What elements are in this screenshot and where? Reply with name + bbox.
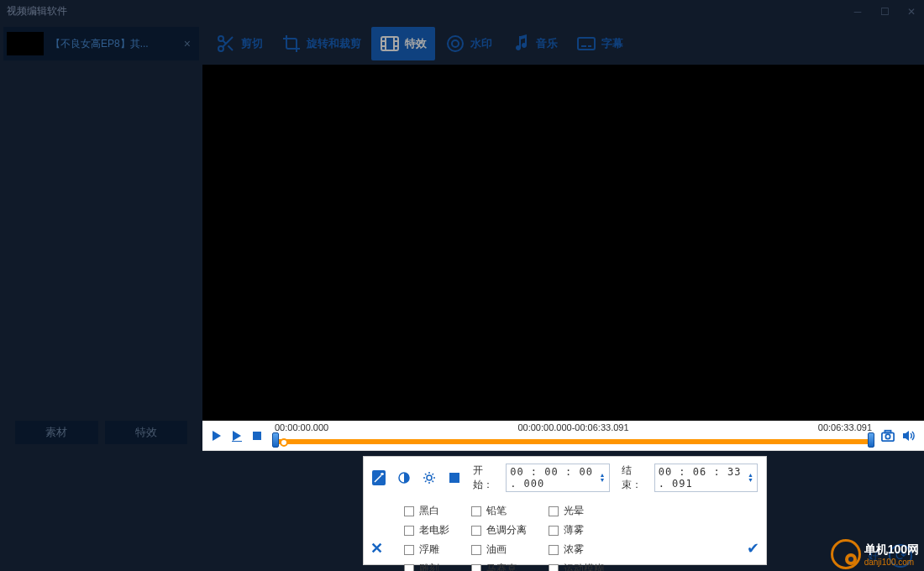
effect-label: 浮雕 [419,542,439,557]
end-label: 结束： [622,464,643,492]
crop-icon [281,34,302,54]
file-thumbnail [7,32,44,55]
start-down[interactable]: ▼ [600,478,606,483]
timeline-current: 00:00:00.000 [275,422,328,432]
effects-confirm-button[interactable]: ✔ [747,539,759,558]
effects-col-2: 铅笔色调分离油画马赛克底片 [471,504,527,571]
close-button[interactable]: ✕ [906,6,917,18]
sidebar: 素材 特效 [0,65,202,451]
tool-subtitle[interactable]: 字幕 [568,27,632,60]
timeline-end: 00:06:33.091 [818,422,872,432]
watermark-line2: danji100.com [864,558,919,567]
effects-cancel-button[interactable]: ✕ [370,539,383,558]
svg-rect-14 [578,38,595,50]
effect-label: 老电影 [419,523,449,537]
brightness-icon[interactable] [423,470,436,485]
titlebar: 视频编辑软件 ─ ☐ ✕ [0,0,924,23]
tool-cut[interactable]: 剪切 [207,27,271,60]
svg-rect-19 [232,441,242,442]
checkbox-box [471,526,481,536]
sidebar-tab-material[interactable]: 素材 [15,421,98,444]
svg-marker-24 [903,431,909,441]
file-tab[interactable]: 【不良女高EP8】其... × [3,27,199,60]
effect-checkbox[interactable]: 油画 [471,542,527,557]
tool-rotate-crop-label: 旋转和裁剪 [307,36,361,51]
svg-line-4 [223,40,226,44]
svg-line-35 [433,481,434,483]
effect-label: 铅笔 [486,504,507,518]
timeline-handle-left[interactable] [272,432,279,448]
svg-rect-5 [381,37,398,50]
timeline-track[interactable] [275,439,872,444]
checkbox-box [404,564,414,572]
start-time-input[interactable]: 00 : 00 : 00 . 000 ▲▼ [506,464,609,492]
color-swatch-icon[interactable] [448,470,461,485]
svg-point-12 [448,36,463,51]
effect-checkbox[interactable]: 雕刻 [404,562,449,571]
effect-checkbox[interactable]: 运动模糊 [549,562,604,571]
effect-checkbox[interactable]: 浓雾 [549,542,604,557]
checkbox-box [471,545,481,555]
effect-checkbox[interactable]: 色调分离 [471,523,527,537]
volume-button[interactable] [899,427,917,445]
main-area: 素材 特效 [0,65,924,451]
end-time-value: 00 : 06 : 33 . 091 [659,466,744,490]
tool-music[interactable]: 音乐 [502,27,566,60]
effect-label: 浓雾 [564,542,584,557]
magic-wand-icon[interactable] [372,470,386,485]
play-range-button[interactable] [228,427,246,445]
effect-checkbox[interactable]: 老电影 [404,523,449,537]
timeline[interactable]: 00:00:00.000 00:00:00.000-00:06:33.091 0… [275,424,872,448]
svg-marker-18 [233,431,241,441]
effect-label: 薄雾 [564,523,584,537]
effect-checkbox[interactable]: 铅笔 [471,504,527,518]
sidebar-content [0,65,202,417]
toolbar: 剪切 旋转和裁剪 特效 水印 音乐 字幕 [202,23,924,65]
maximize-button[interactable]: ☐ [879,6,890,18]
timeline-playhead[interactable] [280,438,288,447]
top-row: 【不良女高EP8】其... × 剪切 旋转和裁剪 特效 水印 音乐 字幕 [0,23,924,65]
end-time-input[interactable]: 00 : 06 : 33 . 091 ▲▼ [654,464,758,492]
checkbox-box [549,506,559,516]
tool-effects[interactable]: 特效 [371,27,435,60]
minimize-button[interactable]: ─ [852,6,864,18]
sidebar-tab-effects[interactable]: 特效 [105,421,188,444]
svg-line-3 [228,46,234,51]
tool-watermark[interactable]: 水印 [437,27,501,60]
watermark: 单机100网 danji100.com [831,539,919,569]
timeline-handle-right[interactable] [868,432,874,448]
effect-label: 马赛克 [486,562,517,571]
effect-checkbox[interactable]: 光晕 [549,504,604,518]
effect-checkbox[interactable]: 浮雕 [404,542,449,557]
effect-label: 光晕 [564,504,584,518]
effect-label: 油画 [486,542,507,557]
svg-point-22 [885,434,890,438]
tool-music-label: 音乐 [536,36,558,51]
svg-rect-23 [885,430,890,432]
effect-checkbox[interactable]: 黑白 [404,504,449,518]
checkbox-box [404,506,414,516]
end-down[interactable]: ▼ [748,478,753,483]
play-button[interactable] [207,427,226,445]
watermark-line1: 单机100网 [864,542,919,558]
svg-point-29 [427,475,432,480]
snapshot-button[interactable] [879,427,897,445]
subtitle-icon [576,34,596,54]
tool-effects-label: 特效 [405,36,427,51]
effect-checkbox[interactable]: 薄雾 [549,523,604,537]
effect-checkbox[interactable]: 马赛克 [471,562,527,571]
effect-label: 黑白 [419,504,439,518]
svg-line-36 [425,481,427,483]
sidebar-bottom-tabs: 素材 特效 [0,417,202,451]
tool-rotate-crop[interactable]: 旋转和裁剪 [273,27,370,60]
effects-col-1: 黑白老电影浮雕雕刻木雕 [404,504,449,571]
svg-point-13 [452,40,459,47]
stop-button[interactable] [248,427,266,445]
effects-col-3: 光晕薄雾浓雾运动模糊锐化 [549,504,604,571]
start-label: 开始： [473,464,494,492]
svg-line-34 [425,474,427,475]
video-preview[interactable] [202,65,924,451]
svg-rect-38 [449,473,459,483]
contrast-icon[interactable] [397,470,411,485]
file-close-button[interactable]: × [179,37,196,50]
